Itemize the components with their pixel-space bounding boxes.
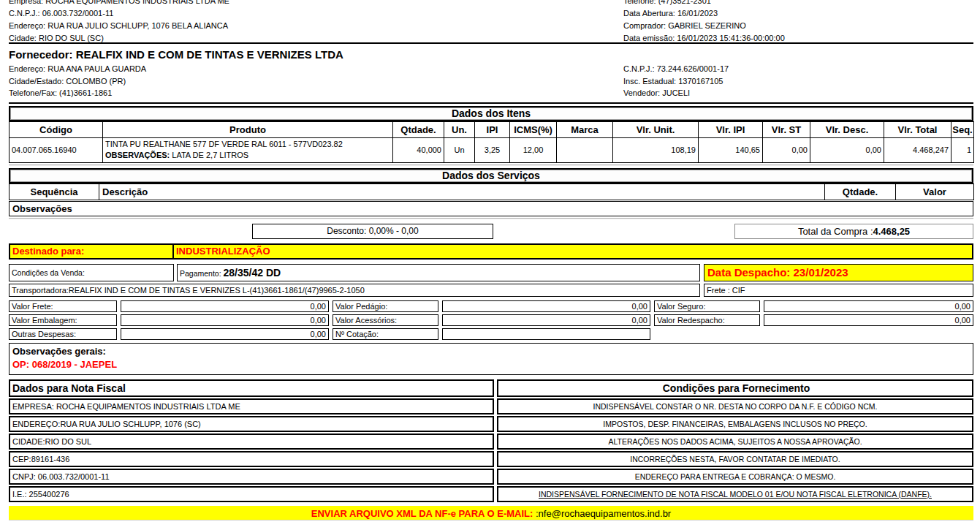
- supply-condition-6: INDISPENSÁVEL FORNECIMENTO DE NOTA FISCA…: [497, 486, 973, 502]
- freight-box: Frete : CIF: [704, 284, 973, 297]
- supply-condition-3: ALTERAÇÕES NOS DADOS ACIMA, SUJEITOS A N…: [497, 434, 973, 450]
- divider: [9, 164, 973, 166]
- services-section-title: Dados dos Serviços: [9, 168, 973, 183]
- destination-value: INDUSTRIALIZAÇÃO: [172, 243, 973, 260]
- company-cnpj: C.N.P.J.: 06.003.732/0001-11: [9, 7, 623, 20]
- supply-conditions-column: Condições para Fornecimento INDISPENSÁVE…: [497, 379, 973, 502]
- sale-conditions-label: Condições da Venda:: [9, 264, 174, 281]
- col-ipi: IPI: [475, 121, 510, 137]
- supply-condition-5: ENDEREÇO PARA ENTREGA E COBRANÇA: O MESM…: [497, 469, 973, 485]
- carrier-row: Transportadora:REALFIX IND E COM DE TINT…: [9, 284, 973, 297]
- invoice-ie: I.E.: 255400276: [9, 486, 494, 502]
- col-sequencia: Sequência: [10, 183, 99, 200]
- col-vlr-unit: Vlr. Unit.: [613, 121, 699, 137]
- destination-label: Destinado para:: [9, 243, 174, 260]
- insurance-value-label: Valor Seguro:: [654, 300, 760, 312]
- services-table: Sequência Descrição Qtdade. Valor: [9, 183, 974, 200]
- item-vlr-unit: 108,19: [613, 137, 699, 162]
- invoice-cep: CEP:89161-436: [9, 451, 494, 467]
- other-expenses-value: 0,00: [121, 328, 329, 340]
- redispatch-value-label: Valor Redespacho:: [654, 314, 760, 326]
- dispatch-date-box: Data Despacho: 23/01/2023: [704, 264, 973, 281]
- purchase-order-document: Empresa: ROCHA EQUIPAMENTOS INDUSTRIAIS …: [0, 0, 980, 530]
- item-ipi: 3,25: [475, 137, 510, 162]
- item-seq: 1: [951, 137, 974, 162]
- item-marca: [557, 137, 613, 162]
- invoice-data-column: Dados para Nota Fiscal EMPRESA: ROCHA EQ…: [9, 379, 494, 502]
- carrier-box: Transportadora:REALFIX IND E COM DE TINT…: [9, 284, 700, 297]
- item-produto-desc: TINTA PU REALTHANE 577 DF VERDE RAL 6011…: [105, 139, 390, 150]
- purchase-total-box: Total da Compra :4.468,25: [734, 224, 973, 239]
- toll-value-label: Valor Pedágio:: [333, 300, 438, 312]
- quotation-number-label: Nº Cotação:: [333, 328, 438, 340]
- other-expenses-label: Outras Despesas:: [9, 328, 117, 340]
- supplier-address: Endereço: RUA ANA PAULA GUARDA: [9, 63, 623, 75]
- supply-condition-1: INDISPENSÁVEL CONSTAR O NR. DESTA NO COR…: [497, 398, 973, 414]
- empty-cell: [654, 328, 760, 340]
- payment-terms: 28/35/42 DD: [224, 267, 281, 279]
- services-header-row: Sequência Descrição Qtdade. Valor: [10, 183, 974, 200]
- sale-conditions-row: Condições da Venda: Pagamento: 28/35/42 …: [9, 264, 973, 281]
- item-qtdade: 40,000: [393, 137, 444, 162]
- invoice-city: CIDADE:RIO DO SUL: [9, 434, 494, 450]
- supplier-city-state: Cidade/Estado: COLOMBO (PR): [9, 75, 623, 88]
- item-codigo: 04.007.065.16940: [10, 137, 103, 162]
- item-produto-obs: OBSERVAÇÕES: LATA DE 2,7 LITROS: [105, 150, 390, 161]
- invoice-cnpj: CNPJ: 06.003.732/0001-11: [9, 469, 494, 485]
- general-remarks-text: OP: 068/2019 - JAEPEL: [12, 358, 970, 371]
- supplier-state-registration: Insc. Estadual: 1370167105: [623, 75, 973, 88]
- supplier-section: Fornecedor: REALFIX IND E COM DE TINTAS …: [9, 44, 973, 102]
- supplier-right: C.N.P.J.: 73.244.626/0001-17 Insc. Estad…: [623, 63, 973, 99]
- col-descricao: Descrição: [99, 183, 825, 200]
- supply-condition-4: INCORREÇÕES NESTA, FAVOR CONTATAR DE IME…: [497, 451, 973, 467]
- destination-row: Destinado para: INDUSTRIALIZAÇÃO: [9, 243, 973, 260]
- col-vlr-total: Vlr. Total: [884, 121, 951, 137]
- charges-grid: Valor Frete: 0,00 Valor Pedágio: 0,00 Va…: [9, 300, 973, 340]
- items-header-row: Código Produto Qtdade. Un. IPI ICMS(%) M…: [10, 121, 974, 137]
- invoice-company: EMPRESA: ROCHA EQUIPAMENTOS INDUSTRIAIS …: [9, 398, 494, 414]
- redispatch-value: 0,00: [764, 314, 973, 326]
- buyer-name: Comprador: GABRIEL SEZERINO: [623, 20, 973, 32]
- insurance-value: 0,00: [764, 300, 973, 312]
- item-produto: TINTA PU REALTHANE 577 DF VERDE RAL 6011…: [103, 137, 393, 162]
- discount-box: Desconto: 0,00% - 0,00: [252, 224, 493, 239]
- supplier-salesperson: Vendedor: JUCELI: [623, 87, 973, 99]
- col-vlr-st: Vlr. ST: [763, 121, 810, 137]
- col-vlr-desc: Vlr. Desc.: [810, 121, 884, 137]
- toll-value: 0,00: [442, 300, 650, 312]
- xml-email-label: ENVIAR ARQUIVO XML DA NF-e PARA O E-MAIL…: [311, 508, 536, 519]
- accessories-value-label: Valor Acessórios:: [333, 314, 438, 326]
- packaging-value-label: Valor Embalagem:: [9, 314, 117, 326]
- col-marca: Marca: [557, 121, 613, 137]
- invoice-data-title: Dados para Nota Fiscal: [9, 379, 494, 397]
- totals-row: Desconto: 0,00% - 0,00 Total da Compra :…: [9, 224, 973, 239]
- xml-email-address: :nfe@rochaequipamentos.ind.br: [536, 508, 671, 519]
- col-icms: ICMS(%): [510, 121, 557, 137]
- purchase-total-value: 4.468,25: [873, 226, 911, 237]
- col-svc-qtdade: Qtdade.: [825, 183, 896, 200]
- item-un: Un: [444, 137, 475, 162]
- col-svc-valor: Valor: [896, 183, 974, 200]
- general-remarks-box: Observações gerais: OP: 068/2019 - JAEPE…: [9, 343, 973, 375]
- company-name: Empresa: ROCHA EQUIPAMENTOS INDUSTRIAIS …: [9, 0, 623, 7]
- supplier-left: Endereço: RUA ANA PAULA GUARDA Cidade/Es…: [9, 63, 623, 99]
- items-table: Código Produto Qtdade. Un. IPI ICMS(%) M…: [9, 121, 974, 163]
- quotation-number-value: [442, 328, 650, 340]
- supplier-cnpj: C.N.P.J.: 73.244.626/0001-17: [623, 63, 973, 75]
- empty-cell: [764, 328, 973, 340]
- order-open-date: Data Abertura: 16/01/2023: [623, 7, 973, 20]
- col-seq: Seq.: [951, 121, 974, 137]
- col-codigo: Código: [10, 121, 103, 137]
- company-phone: Telefone: (47)3521-2301: [623, 0, 973, 7]
- divider: [9, 102, 973, 104]
- item-vlr-total: 4.468,247: [884, 137, 951, 162]
- company-header-right: Telefone: (47)3521-2301 Data Abertura: 1…: [623, 0, 973, 42]
- accessories-value: 0,00: [442, 314, 650, 326]
- company-header-left: Empresa: ROCHA EQUIPAMENTOS INDUSTRIAIS …: [9, 0, 623, 42]
- packaging-value: 0,00: [121, 314, 329, 326]
- supply-condition-2: IMPOSTOS, DESP. FINANCEIRAS, EMBALAGENS …: [497, 416, 973, 432]
- col-vlr-ipi: Vlr. IPI: [699, 121, 763, 137]
- supply-conditions-title: Condições para Fornecimento: [497, 379, 973, 397]
- col-un: Un.: [444, 121, 475, 137]
- divider: [9, 218, 973, 219]
